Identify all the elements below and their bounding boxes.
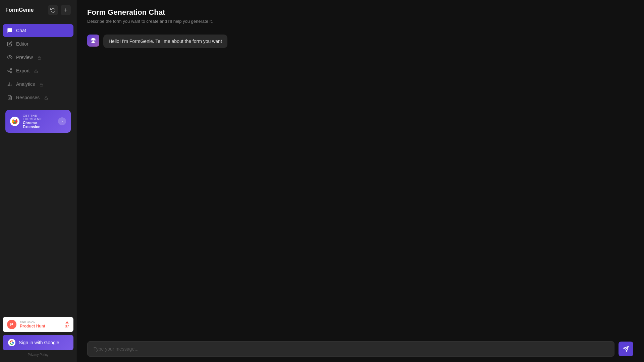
responses-lock-icon xyxy=(44,96,48,100)
svg-point-2 xyxy=(9,57,10,58)
export-icon xyxy=(7,68,13,74)
product-hunt-badge[interactable]: P FIND US ON Product Hunt 37 xyxy=(3,317,73,332)
sidebar-item-responses[interactable]: Responses xyxy=(3,91,73,104)
sidebar-item-export[interactable]: Export xyxy=(3,64,73,77)
sidebar: FormGenie Chat xyxy=(0,0,76,362)
chrome-banner-top: Get The FormGenie xyxy=(23,114,55,121)
analytics-label: Analytics xyxy=(16,81,35,87)
chat-messages: Hello! I'm FormGenie. Tell me about the … xyxy=(76,29,644,336)
ph-label: Product Hunt xyxy=(20,324,62,328)
history-button[interactable] xyxy=(48,5,58,15)
svg-point-5 xyxy=(8,70,9,71)
privacy-policy-link[interactable]: Privacy Policy xyxy=(3,353,73,358)
message-row: Hello! I'm FormGenie. Tell me about the … xyxy=(87,35,633,48)
chrome-banner-bottom: Chrome Extension xyxy=(23,121,55,129)
sign-in-label: Sign in with Google xyxy=(19,340,59,345)
chat-page-title: Form Generation Chat xyxy=(87,8,633,17)
svg-line-7 xyxy=(9,71,11,72)
sidebar-item-analytics[interactable]: Analytics xyxy=(3,78,73,90)
sidebar-nav: Chat Editor Preview xyxy=(0,20,76,313)
main-content: Form Generation Chat Describe the form y… xyxy=(76,0,644,362)
preview-icon xyxy=(7,54,13,60)
responses-label: Responses xyxy=(16,95,40,100)
chat-input-area xyxy=(76,336,644,362)
sidebar-header: FormGenie xyxy=(0,0,76,20)
history-icon xyxy=(50,7,56,13)
sidebar-item-chat[interactable]: Chat xyxy=(3,24,73,37)
product-hunt-text: FIND US ON Product Hunt xyxy=(20,321,62,328)
send-icon xyxy=(623,346,629,352)
sidebar-item-preview[interactable]: Preview xyxy=(3,51,73,64)
preview-lock-icon xyxy=(38,55,42,59)
ph-find-us: FIND US ON xyxy=(20,321,62,324)
editor-label: Editor xyxy=(16,41,29,47)
sidebar-bottom: P FIND US ON Product Hunt 37 Sign in wit… xyxy=(0,313,76,362)
chat-icon xyxy=(7,27,13,34)
sidebar-item-editor[interactable]: Editor xyxy=(3,38,73,50)
bot-message-text: Hello! I'm FormGenie. Tell me about the … xyxy=(109,39,222,44)
chrome-banner-arrow: › xyxy=(58,117,66,125)
chat-page-subtitle: Describe the form you want to create and… xyxy=(87,19,633,24)
svg-rect-9 xyxy=(35,71,38,73)
sidebar-header-actions xyxy=(48,5,71,15)
preview-label: Preview xyxy=(16,55,33,60)
product-hunt-logo: P xyxy=(7,320,16,329)
svg-line-8 xyxy=(9,69,11,70)
svg-rect-17 xyxy=(45,98,47,100)
bot-avatar xyxy=(87,35,99,47)
sign-in-google-button[interactable]: Sign in with Google xyxy=(3,335,73,350)
chat-header: Form Generation Chat Describe the form y… xyxy=(76,0,644,29)
new-chat-button[interactable] xyxy=(61,5,71,15)
chrome-logo xyxy=(10,117,19,126)
ph-count-value: 37 xyxy=(65,324,69,328)
svg-point-6 xyxy=(10,72,12,73)
svg-rect-3 xyxy=(38,58,41,59)
app-logo: FormGenie xyxy=(5,7,34,13)
chat-label: Chat xyxy=(16,28,26,33)
analytics-icon xyxy=(7,81,13,87)
bot-message-bubble: Hello! I'm FormGenie. Tell me about the … xyxy=(103,35,227,48)
chrome-extension-banner[interactable]: Get The FormGenie Chrome Extension › xyxy=(5,110,71,133)
editor-icon xyxy=(7,41,13,47)
svg-point-4 xyxy=(10,68,12,70)
product-hunt-count: 37 xyxy=(65,321,69,328)
ph-upvote-icon xyxy=(65,321,69,323)
chat-message-input[interactable] xyxy=(87,341,614,357)
export-lock-icon xyxy=(34,69,38,73)
responses-icon xyxy=(7,95,13,101)
chrome-extension-text: Get The FormGenie Chrome Extension xyxy=(23,114,55,129)
export-label: Export xyxy=(16,68,30,73)
send-message-button[interactable] xyxy=(619,342,633,356)
analytics-lock-icon xyxy=(40,82,44,86)
plus-icon xyxy=(63,7,68,13)
svg-rect-14 xyxy=(40,84,43,86)
google-icon xyxy=(8,339,15,346)
